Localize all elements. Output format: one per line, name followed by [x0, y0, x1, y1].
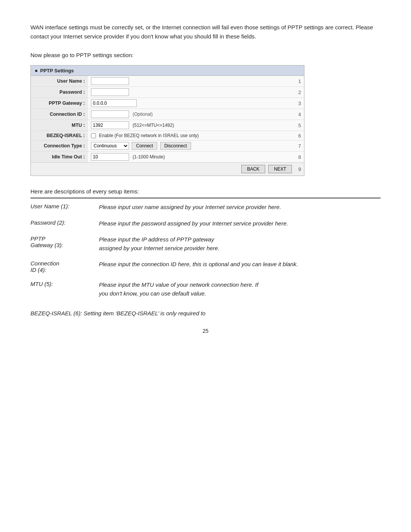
list-item: MTU (5): Please input the MTU value of y…	[30, 279, 381, 304]
pptp-bullet-icon: ●	[35, 67, 38, 73]
row-num-3: 3	[295, 98, 304, 109]
term-pptp-gateway: PPTPGateway (3):	[30, 234, 99, 259]
connect-button[interactable]: Connect	[132, 142, 157, 150]
row-num-4: 4	[295, 109, 304, 120]
pptp-table: User Name : 1 Password : 2 PPTP Gateway …	[31, 76, 304, 176]
row-num-7: 7	[295, 141, 304, 152]
pptp-gateway-label: PPTP Gateway :	[31, 98, 88, 109]
list-item: Password (2): Please input the password …	[30, 218, 381, 234]
password-label: Password :	[31, 87, 88, 98]
idle-timeout-value-cell: (1-1000 Minute)	[88, 152, 295, 163]
term-connection-id: ConnectionID (4):	[30, 259, 99, 279]
list-item: PPTPGateway (3): Please input the IP add…	[30, 234, 381, 259]
pptp-gateway-value-cell	[88, 98, 295, 109]
table-row: Password : 2	[31, 87, 304, 98]
page-number: 25	[30, 328, 381, 334]
table-row: Connection ID : (Optional) 4	[31, 109, 304, 120]
here-text: Here are descriptions of every setup ite…	[30, 188, 381, 195]
bezeq-value-cell: Enable (For BEZEQ network in ISRAEL use …	[88, 131, 295, 141]
connection-type-select[interactable]: Continuous Connect on Demand Manual	[91, 142, 129, 150]
def-username: Please input user name assigned by your …	[99, 201, 381, 218]
pptp-gateway-input[interactable]	[91, 99, 137, 107]
term-password: Password (2):	[30, 218, 99, 234]
username-label: User Name :	[31, 76, 88, 87]
connection-id-input[interactable]	[91, 110, 129, 118]
username-input[interactable]	[91, 77, 129, 85]
description-section: User Name (1): Please input user name as…	[30, 198, 381, 316]
bezeq-checkbox-label[interactable]: Enable (For BEZEQ network in ISRAEL use …	[91, 133, 292, 138]
pptp-settings-box: ● PPTP Settings User Name : 1 Password :…	[30, 65, 304, 176]
mtu-label: MTU :	[31, 120, 88, 131]
connection-id-value-cell: (Optional)	[88, 109, 295, 120]
idle-timeout-label: Idle Time Out :	[31, 152, 88, 163]
username-value-cell	[88, 76, 295, 87]
table-row: BEZEQ-ISRAEL : Enable (For BEZEQ network…	[31, 131, 304, 141]
back-next-row: BACK NEXT 9	[31, 163, 304, 176]
password-value-cell	[88, 87, 295, 98]
list-item: User Name (1): Please input user name as…	[30, 201, 381, 218]
table-row: PPTP Gateway : 3	[31, 98, 304, 109]
mtu-hint: (512<=MTU<=1492)	[132, 123, 174, 128]
table-row: Idle Time Out : (1-1000 Minute) 8	[31, 152, 304, 163]
connection-type-label: Connection Type :	[31, 141, 88, 152]
password-input[interactable]	[91, 88, 129, 96]
now-text: Now please go to PPTP settings section:	[30, 52, 381, 58]
bezeq-enable-text: Enable (For BEZEQ network in ISRAEL use …	[99, 133, 199, 138]
row-num-5: 5	[295, 120, 304, 131]
description-table: User Name (1): Please input user name as…	[30, 201, 381, 304]
desc-divider	[30, 198, 381, 198]
pptp-header: ● PPTP Settings	[31, 66, 304, 76]
table-row: Connection Type : Continuous Connect on …	[31, 141, 304, 152]
row-num-8: 8	[295, 152, 304, 163]
row-num-1: 1	[295, 76, 304, 87]
idle-timeout-input[interactable]	[91, 153, 129, 161]
def-password: Please input the password assigned by yo…	[99, 218, 381, 234]
next-button[interactable]: NEXT	[268, 165, 292, 173]
table-row: MTU : (512<=MTU<=1492) 5	[31, 120, 304, 131]
mtu-input[interactable]	[91, 121, 129, 129]
intro-paragraph: WAN interface settings must be correctly…	[30, 23, 381, 41]
term-username: User Name (1):	[30, 201, 99, 218]
row-num-2: 2	[295, 87, 304, 98]
connection-id-label: Connection ID :	[31, 109, 88, 120]
bezeq-label: BEZEQ-ISRAEL :	[31, 131, 88, 141]
connection-type-value-cell: Continuous Connect on Demand Manual Conn…	[88, 141, 295, 152]
bezeq-bottom-text: BEZEQ-ISRAEL (6): Setting item ‘BEZEQ-IS…	[30, 310, 381, 316]
bezeq-checkbox[interactable]	[91, 133, 96, 138]
back-button[interactable]: BACK	[241, 165, 265, 173]
def-mtu: Please input the MTU value of your netwo…	[99, 279, 381, 304]
mtu-value-cell: (512<=MTU<=1492)	[88, 120, 295, 131]
term-mtu: MTU (5):	[30, 279, 99, 304]
table-row: User Name : 1	[31, 76, 304, 87]
optional-hint: (Optional)	[132, 112, 153, 117]
list-item: ConnectionID (4): Please input the conne…	[30, 259, 381, 279]
disconnect-button[interactable]: Disconnect	[160, 142, 191, 150]
pptp-header-title: PPTP Settings	[40, 68, 74, 73]
back-next-empty-cell	[31, 163, 88, 176]
row-num-6: 6	[295, 131, 304, 141]
row-num-9: 9	[295, 163, 304, 176]
def-connection-id: Please input the connection ID here, thi…	[99, 259, 381, 279]
idle-timeout-hint: (1-1000 Minute)	[132, 154, 165, 160]
def-pptp-gateway: Please input the IP address of PPTP gate…	[99, 234, 381, 259]
back-next-buttons-cell: BACK NEXT	[88, 163, 295, 176]
